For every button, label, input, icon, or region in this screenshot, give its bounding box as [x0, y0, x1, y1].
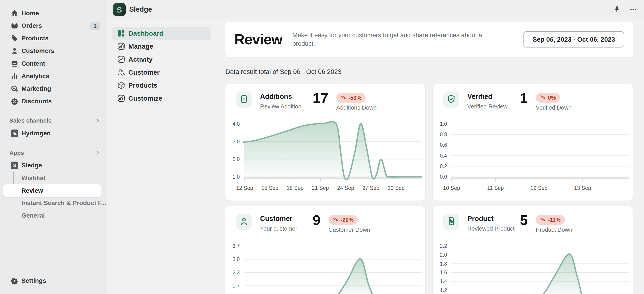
gear-icon — [11, 277, 18, 284]
person-icon — [239, 216, 249, 227]
sidebar-subitem-instant-search[interactable]: Instant Search & Product F... — [22, 197, 106, 209]
cube-icon — [117, 81, 126, 90]
sidebar-subitem-general[interactable]: General — [22, 210, 45, 221]
svg-text:0.2: 0.2 — [440, 163, 447, 169]
svg-text:1.7: 1.7 — [232, 283, 240, 289]
metric-chart: 1.00.80.60.40.20.010 Sep11 Sep12 Sep13 S… — [433, 115, 632, 194]
app-nav-item-activity[interactable]: Activity — [112, 53, 211, 66]
trend-badge: -11% — [536, 215, 565, 225]
sidebar-item-marketing[interactable]: Marketing — [2, 82, 105, 95]
svg-text:15 Sep: 15 Sep — [262, 185, 278, 191]
svg-text:21 Sep: 21 Sep — [312, 185, 329, 191]
pin-icon[interactable] — [612, 5, 621, 14]
app-nav-item-customer[interactable]: Customer — [112, 66, 211, 79]
metric-subtitle: Review Addition — [260, 103, 302, 110]
sidebar-item-label: Products — [22, 35, 48, 42]
trend-caption: Additions Down — [336, 104, 377, 111]
more-options-icon[interactable] — [629, 5, 638, 14]
date-range-button[interactable]: Sep 06, 2023 - Oct 06, 2023 — [524, 31, 624, 48]
svg-text:S: S — [13, 163, 16, 168]
app-title: Sledge — [129, 0, 152, 19]
sidebar-item-sledge[interactable]: S Sledge — [2, 159, 105, 172]
trend-badge: 0% — [536, 93, 560, 103]
sidebar-item-label: Discounts — [22, 98, 52, 105]
file-plus-icon — [239, 94, 249, 105]
metric-title: Product — [467, 215, 514, 223]
sidebar-item-label: Orders — [22, 22, 42, 29]
home-icon — [11, 10, 18, 17]
metric-value: 17 — [312, 91, 328, 105]
app-nav-item-products[interactable]: Products — [112, 79, 211, 92]
page-description: Make it easy for your customers to get a… — [292, 31, 495, 48]
svg-text:3.7: 3.7 — [232, 243, 240, 249]
trend-down-icon — [540, 95, 546, 101]
metric-value: 9 — [312, 213, 320, 227]
sidebar-item-products[interactable]: Products — [2, 32, 105, 45]
app-topbar: S Sledge — [107, 0, 644, 19]
discount-badge-icon — [11, 97, 18, 105]
customize-icon — [117, 94, 126, 103]
svg-text:0.8: 0.8 — [440, 131, 447, 137]
metric-card-additions: Additions Review Addition 17 -53% Additi… — [226, 84, 425, 201]
svg-text:0.4: 0.4 — [440, 153, 447, 159]
metric-chart: 4.03.02.01.012 Sep15 Sep18 Sep21 Sep24 S… — [226, 115, 425, 194]
receipt-percent-icon — [446, 216, 456, 227]
trend-caption: Customer Down — [328, 226, 370, 233]
svg-text:3.0: 3.0 — [232, 256, 240, 262]
sidebar-subitem-wishlist[interactable]: Wishlist — [22, 172, 46, 184]
metric-value: 1 — [520, 91, 528, 105]
sidebar-item-home[interactable]: Home — [2, 7, 105, 20]
bar-chart-icon — [11, 72, 18, 80]
metric-value: 5 — [520, 213, 528, 227]
shield-check-icon — [446, 94, 456, 105]
person-icon — [11, 47, 18, 55]
metric-title: Verified — [467, 93, 507, 101]
sidebar-item-customers[interactable]: Customers — [2, 45, 105, 57]
sidebar-item-orders[interactable]: Orders 1 — [2, 20, 105, 32]
metric-icon-tile — [443, 91, 459, 108]
svg-text:0.0: 0.0 — [440, 174, 447, 180]
sledge-app-icon: S — [11, 162, 18, 169]
svg-text:30 Sep: 30 Sep — [388, 185, 404, 191]
app-nav-item-dashboard[interactable]: Dashboard — [112, 27, 211, 40]
svg-text:2.0: 2.0 — [440, 252, 447, 258]
trend-caption: Verified Down — [536, 104, 572, 111]
sidebar-item-settings[interactable]: Settings — [2, 274, 105, 287]
app-nav-item-customize[interactable]: Customize — [112, 92, 211, 105]
sidebar-item-label: Content — [22, 60, 45, 67]
svg-text:1.0: 1.0 — [440, 121, 447, 127]
app-nav-item-manage[interactable]: Manage — [112, 40, 211, 53]
svg-text:12 Sep: 12 Sep — [236, 185, 253, 191]
sidebar-item-label: Marketing — [22, 85, 51, 92]
svg-text:1.4: 1.4 — [440, 278, 447, 284]
metric-subtitle: Verified Review — [467, 103, 507, 110]
metric-icon-tile — [443, 214, 459, 230]
metric-icon-tile — [236, 214, 252, 230]
dashboard-icon — [117, 29, 126, 38]
svg-text:10 Sep: 10 Sep — [443, 185, 460, 191]
svg-text:3.0: 3.0 — [232, 139, 240, 144]
svg-text:18 Sep: 18 Sep — [287, 185, 304, 191]
activity-icon — [117, 55, 126, 64]
svg-text:24 Sep: 24 Sep — [337, 185, 354, 191]
tag-icon — [11, 35, 18, 42]
sidebar-item-content[interactable]: Content — [2, 57, 105, 70]
sales-channels-section-header[interactable]: Sales channels — [10, 117, 100, 124]
app-inner-nav: Dashboard Manage Activity Customer Produ… — [112, 27, 211, 105]
apps-section-header[interactable]: Apps — [10, 149, 100, 157]
hydrogen-app-icon — [11, 129, 18, 137]
orders-icon — [11, 22, 18, 30]
metric-chart: 3.73.02.31.71.0 — [226, 238, 425, 294]
sidebar-item-analytics[interactable]: Analytics — [2, 70, 105, 82]
metric-card-customer: Customer Your customer 9 -20% Customer D… — [226, 206, 425, 294]
sidebar-item-hydrogen[interactable]: Hydrogen — [2, 127, 105, 139]
trend-down-icon — [333, 217, 338, 223]
svg-text:0.6: 0.6 — [440, 142, 447, 148]
orders-count-badge: 1 — [90, 22, 100, 30]
svg-text:1.8: 1.8 — [440, 261, 447, 267]
chevron-right-icon — [95, 150, 100, 156]
sidebar-item-discounts[interactable]: Discounts — [2, 95, 105, 108]
sidebar-subitem-review[interactable]: Review — [3, 184, 102, 197]
trend-badge: -53% — [336, 93, 366, 103]
svg-text:27 Sep: 27 Sep — [362, 185, 379, 191]
